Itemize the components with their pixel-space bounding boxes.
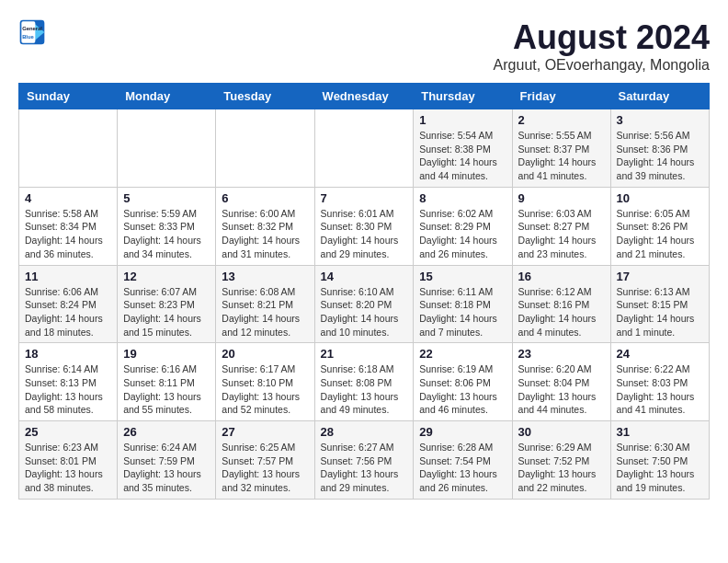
day-cell: 20Sunrise: 6:17 AM Sunset: 8:10 PM Dayli… xyxy=(216,343,314,421)
page-header: General Blue August 2024 Arguut, OEvoerh… xyxy=(18,18,710,74)
week-row-4: 25Sunrise: 6:23 AM Sunset: 8:01 PM Dayli… xyxy=(19,421,710,500)
day-number: 8 xyxy=(419,191,506,205)
day-cell xyxy=(314,109,414,188)
day-cell xyxy=(19,109,118,188)
day-info: Sunrise: 6:14 AM Sunset: 8:13 PM Dayligh… xyxy=(25,362,111,417)
day-info: Sunrise: 6:00 AM Sunset: 8:32 PM Dayligh… xyxy=(222,207,308,261)
day-info: Sunrise: 6:10 AM Sunset: 8:20 PM Dayligh… xyxy=(321,285,408,339)
day-info: Sunrise: 6:12 AM Sunset: 8:16 PM Dayligh… xyxy=(518,285,605,339)
day-cell: 26Sunrise: 6:24 AM Sunset: 7:59 PM Dayli… xyxy=(118,421,216,500)
header-cell-thursday: Thursday xyxy=(414,84,512,109)
day-number: 20 xyxy=(222,347,308,361)
day-cell: 18Sunrise: 6:14 AM Sunset: 8:13 PM Dayli… xyxy=(19,343,118,421)
day-cell: 30Sunrise: 6:29 AM Sunset: 7:52 PM Dayli… xyxy=(512,421,610,500)
title-block: August 2024 Arguut, OEvoerhangay, Mongol… xyxy=(494,18,710,74)
day-info: Sunrise: 6:28 AM Sunset: 7:54 PM Dayligh… xyxy=(419,441,506,495)
day-info: Sunrise: 6:17 AM Sunset: 8:10 PM Dayligh… xyxy=(222,362,308,417)
day-number: 12 xyxy=(123,270,210,283)
day-info: Sunrise: 5:58 AM Sunset: 8:34 PM Dayligh… xyxy=(25,207,111,261)
day-cell: 6Sunrise: 6:00 AM Sunset: 8:32 PM Daylig… xyxy=(216,187,314,265)
day-number: 19 xyxy=(123,347,210,361)
day-info: Sunrise: 6:27 AM Sunset: 7:56 PM Dayligh… xyxy=(321,441,408,495)
day-cell: 12Sunrise: 6:07 AM Sunset: 8:23 PM Dayli… xyxy=(118,265,216,343)
day-number: 25 xyxy=(25,425,111,439)
day-number: 21 xyxy=(321,347,408,361)
calendar-header: SundayMondayTuesdayWednesdayThursdayFrid… xyxy=(19,84,710,109)
day-number: 28 xyxy=(321,425,408,439)
day-info: Sunrise: 6:19 AM Sunset: 8:06 PM Dayligh… xyxy=(419,362,506,417)
day-number: 10 xyxy=(617,191,703,205)
day-number: 5 xyxy=(123,191,210,205)
day-cell: 8Sunrise: 6:02 AM Sunset: 8:29 PM Daylig… xyxy=(414,187,512,265)
day-number: 23 xyxy=(518,347,605,361)
day-number: 4 xyxy=(25,191,111,205)
day-number: 17 xyxy=(617,270,703,283)
day-info: Sunrise: 6:24 AM Sunset: 7:59 PM Dayligh… xyxy=(123,441,210,495)
day-number: 16 xyxy=(518,270,605,283)
day-cell: 5Sunrise: 5:59 AM Sunset: 8:33 PM Daylig… xyxy=(118,187,216,265)
day-cell: 21Sunrise: 6:18 AM Sunset: 8:08 PM Dayli… xyxy=(314,343,414,421)
day-number: 9 xyxy=(518,191,605,205)
day-cell: 28Sunrise: 6:27 AM Sunset: 7:56 PM Dayli… xyxy=(314,421,414,500)
day-number: 6 xyxy=(222,191,308,205)
svg-rect-2 xyxy=(21,21,35,42)
day-number: 7 xyxy=(321,191,408,205)
day-info: Sunrise: 6:23 AM Sunset: 8:01 PM Dayligh… xyxy=(25,441,111,495)
day-cell: 17Sunrise: 6:13 AM Sunset: 8:15 PM Dayli… xyxy=(610,265,709,343)
day-info: Sunrise: 6:16 AM Sunset: 8:11 PM Dayligh… xyxy=(123,362,210,417)
day-cell: 19Sunrise: 6:16 AM Sunset: 8:11 PM Dayli… xyxy=(118,343,216,421)
day-cell: 16Sunrise: 6:12 AM Sunset: 8:16 PM Dayli… xyxy=(512,265,610,343)
day-info: Sunrise: 6:18 AM Sunset: 8:08 PM Dayligh… xyxy=(321,362,408,417)
calendar-body: 1Sunrise: 5:54 AM Sunset: 8:38 PM Daylig… xyxy=(19,109,710,500)
day-info: Sunrise: 6:13 AM Sunset: 8:15 PM Dayligh… xyxy=(617,285,703,339)
day-info: Sunrise: 5:59 AM Sunset: 8:33 PM Dayligh… xyxy=(123,207,210,261)
week-row-3: 18Sunrise: 6:14 AM Sunset: 8:13 PM Dayli… xyxy=(19,343,710,421)
day-cell: 24Sunrise: 6:22 AM Sunset: 8:03 PM Dayli… xyxy=(610,343,709,421)
day-number: 1 xyxy=(419,113,506,127)
calendar-table: SundayMondayTuesdayWednesdayThursdayFrid… xyxy=(18,83,710,500)
day-number: 24 xyxy=(617,347,703,361)
day-cell: 9Sunrise: 6:03 AM Sunset: 8:27 PM Daylig… xyxy=(512,187,610,265)
day-info: Sunrise: 6:02 AM Sunset: 8:29 PM Dayligh… xyxy=(419,207,506,261)
day-cell: 3Sunrise: 5:56 AM Sunset: 8:36 PM Daylig… xyxy=(610,109,709,188)
week-row-0: 1Sunrise: 5:54 AM Sunset: 8:38 PM Daylig… xyxy=(19,109,710,188)
day-cell: 25Sunrise: 6:23 AM Sunset: 8:01 PM Dayli… xyxy=(19,421,118,500)
day-number: 29 xyxy=(419,425,506,439)
day-number: 2 xyxy=(518,113,605,127)
header-cell-wednesday: Wednesday xyxy=(314,84,414,109)
day-info: Sunrise: 6:08 AM Sunset: 8:21 PM Dayligh… xyxy=(222,285,308,339)
day-number: 31 xyxy=(617,425,703,439)
day-info: Sunrise: 5:56 AM Sunset: 8:36 PM Dayligh… xyxy=(617,129,703,183)
week-row-2: 11Sunrise: 6:06 AM Sunset: 8:24 PM Dayli… xyxy=(19,265,710,343)
day-cell: 14Sunrise: 6:10 AM Sunset: 8:20 PM Dayli… xyxy=(314,265,414,343)
day-info: Sunrise: 6:20 AM Sunset: 8:04 PM Dayligh… xyxy=(518,362,605,417)
day-info: Sunrise: 6:01 AM Sunset: 8:30 PM Dayligh… xyxy=(321,207,408,261)
header-cell-tuesday: Tuesday xyxy=(216,84,314,109)
svg-text:General: General xyxy=(22,26,42,31)
day-number: 22 xyxy=(419,347,506,361)
day-info: Sunrise: 6:07 AM Sunset: 8:23 PM Dayligh… xyxy=(123,285,210,339)
day-cell: 29Sunrise: 6:28 AM Sunset: 7:54 PM Dayli… xyxy=(414,421,512,500)
header-cell-saturday: Saturday xyxy=(610,84,709,109)
header-cell-sunday: Sunday xyxy=(19,84,118,109)
day-info: Sunrise: 5:54 AM Sunset: 8:38 PM Dayligh… xyxy=(419,129,506,183)
day-info: Sunrise: 6:03 AM Sunset: 8:27 PM Dayligh… xyxy=(518,207,605,261)
day-cell: 22Sunrise: 6:19 AM Sunset: 8:06 PM Dayli… xyxy=(414,343,512,421)
day-number: 18 xyxy=(25,347,111,361)
day-number: 13 xyxy=(222,270,308,283)
day-cell: 15Sunrise: 6:11 AM Sunset: 8:18 PM Dayli… xyxy=(414,265,512,343)
day-info: Sunrise: 6:06 AM Sunset: 8:24 PM Dayligh… xyxy=(25,285,111,339)
day-cell xyxy=(118,109,216,188)
day-number: 3 xyxy=(617,113,703,127)
day-info: Sunrise: 6:30 AM Sunset: 7:50 PM Dayligh… xyxy=(617,441,703,495)
day-cell: 2Sunrise: 5:55 AM Sunset: 8:37 PM Daylig… xyxy=(512,109,610,188)
day-number: 26 xyxy=(123,425,210,439)
day-cell: 11Sunrise: 6:06 AM Sunset: 8:24 PM Dayli… xyxy=(19,265,118,343)
logo: General Blue xyxy=(18,18,46,46)
day-cell xyxy=(216,109,314,188)
svg-text:Blue: Blue xyxy=(22,34,34,40)
day-cell: 27Sunrise: 6:25 AM Sunset: 7:57 PM Dayli… xyxy=(216,421,314,500)
day-cell: 7Sunrise: 6:01 AM Sunset: 8:30 PM Daylig… xyxy=(314,187,414,265)
month-year: August 2024 xyxy=(494,18,710,57)
day-number: 14 xyxy=(321,270,408,283)
